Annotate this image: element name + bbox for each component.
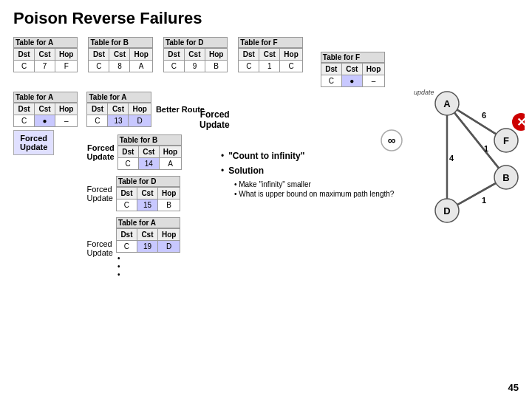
- col-dst: Dst: [14, 49, 35, 61]
- infinity-badge: ∞: [388, 134, 396, 146]
- routing-table-b2: Table for B Dst Cst Hop C 14 A: [117, 134, 182, 170]
- node-d-label: D: [443, 205, 450, 216]
- bullet-1-text: Make "infinity" smaller: [239, 180, 311, 188]
- table-f-label: Table for F: [238, 37, 302, 48]
- edge-label-bd: 1: [482, 196, 486, 205]
- update-text: update: [414, 89, 434, 96]
- middle-section: Table for A Dst Cst Hop C 13 D: [86, 92, 204, 279]
- bullet-icon-1: •: [221, 151, 224, 161]
- left-section: Table for A Dst Cst Hop C ● – ForcedUpda…: [13, 92, 78, 155]
- table-b-top: Table for B Dst Cst Hop C 8 A: [88, 37, 152, 72]
- routing-table-d: Table for D Dst Cst Hop C 9 B: [163, 37, 228, 72]
- network-diagram: 6 1 4 1 A F B D ∞ ✕ update: [369, 81, 525, 244]
- forced-update-label-3: ForcedUpdate: [86, 185, 112, 202]
- table-row: C 1 C: [239, 61, 302, 72]
- table-b2-label: Table for B: [117, 134, 182, 146]
- col-cst: Cst: [109, 49, 130, 61]
- routing-table-a3: Table for A Dst Cst Hop C 13 D: [86, 92, 151, 127]
- edge-label-af: 6: [482, 111, 486, 120]
- routing-table-f: Table for F Dst Cst Hop C 1 C: [238, 37, 302, 72]
- table-d-top: Table for D Dst Cst Hop C 9 B: [163, 37, 228, 72]
- col-dst: Dst: [239, 49, 259, 61]
- solution-label: Solution: [228, 166, 264, 176]
- col-cst: Cst: [35, 49, 55, 61]
- routing-table-d2: Table for D Dst Cst Hop C 15 B: [116, 176, 180, 211]
- bullet-icon-3: •: [234, 180, 237, 188]
- routing-table-a: Table for A Dst Cst Hop C 7 F: [13, 37, 78, 72]
- table-d-label: Table for D: [163, 37, 228, 48]
- col-dst: Dst: [163, 49, 184, 61]
- table-row: C 14 A: [117, 158, 181, 170]
- node-a-label: A: [443, 98, 451, 109]
- bullet-dots: • • •: [116, 254, 180, 279]
- table-a2-label: Table for A: [13, 92, 78, 103]
- table-row: C 7 F: [14, 61, 78, 72]
- page-title: Poison Reverse Failures: [0, 0, 532, 34]
- edge-label-ab: 1: [484, 144, 488, 153]
- table-row: C 9 B: [163, 61, 227, 72]
- table-b-label: Table for B: [88, 37, 152, 48]
- table-row: C 8 A: [89, 61, 152, 72]
- col-cst: Cst: [259, 49, 280, 61]
- forced-update-label-1: ForcedUpdate: [13, 130, 54, 155]
- routing-table-b: Table for B Dst Cst Hop C 8 A: [88, 37, 152, 72]
- table-row: C 13 D: [87, 115, 151, 127]
- bullet-icon-2: •: [221, 166, 224, 176]
- bullet-icon-4: •: [234, 190, 237, 198]
- table-row: C 15 B: [116, 200, 180, 211]
- node-f-label: F: [503, 135, 509, 146]
- col-cst: Cst: [184, 49, 205, 61]
- col-hop: Hop: [130, 49, 152, 61]
- edge-label-ad: 4: [449, 154, 454, 163]
- table-a4-label: Table for A: [116, 217, 180, 228]
- table-a3-label: Table for A: [86, 92, 151, 103]
- x-mark: ✕: [516, 116, 525, 129]
- col-hop: Hop: [280, 49, 302, 61]
- better-route-label: Better Route: [156, 105, 205, 114]
- col-hop: Hop: [205, 49, 227, 61]
- table-a-label: Table for A: [13, 37, 78, 48]
- table-row: C 19 D: [116, 241, 180, 253]
- top-tables-row: Table for A Dst Cst Hop C 7 F Table for …: [0, 37, 532, 87]
- solution-bullets: • Make "infinity" smaller • What is uppe…: [221, 180, 394, 198]
- right-section: • "Count to infinity" • Solution • Make …: [221, 92, 394, 198]
- table-f2-label: Table for F: [321, 52, 385, 63]
- count-to-infinity-label: "Count to infinity": [228, 151, 304, 161]
- forced-update-mid: ForcedUpdate: [200, 109, 230, 130]
- routing-table-a2: Table for A Dst Cst Hop C ● –: [13, 92, 78, 127]
- table-d2-label: Table for D: [116, 176, 180, 187]
- forced-update-label-2: ForcedUpdate: [86, 143, 114, 161]
- page-number: 45: [508, 382, 519, 393]
- node-b-label: B: [502, 172, 509, 183]
- col-hop: Hop: [55, 49, 78, 61]
- col-dst: Dst: [89, 49, 109, 61]
- table-row: C ● –: [14, 115, 78, 127]
- forced-update-label-4: ForcedUpdate: [86, 239, 112, 257]
- table-a-top: Table for A Dst Cst Hop C 7 F: [13, 37, 78, 72]
- routing-table-a4: Table for A Dst Cst Hop C 19 D: [116, 217, 180, 253]
- table-f-top: Table for F Dst Cst Hop C 1 C: [238, 37, 302, 72]
